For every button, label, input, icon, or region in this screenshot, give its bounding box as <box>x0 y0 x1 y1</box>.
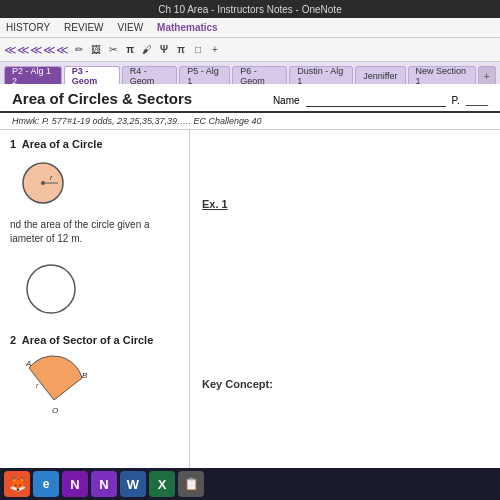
plain-circle-diagram <box>18 254 179 326</box>
page-header-row: Area of Circles & Sectors Name P. ____ <box>12 90 488 107</box>
tab-r4-geom[interactable]: R4 - Geom <box>122 66 177 84</box>
section1-title: Area of a Circle <box>19 138 102 150</box>
circle-r-svg: r <box>18 158 68 208</box>
sector-svg: A O B r <box>14 350 94 415</box>
section1-number: 1 <box>10 138 16 150</box>
sector-diagram: A O B r <box>14 350 179 417</box>
tabs-bar: P2 - Alg 1 2 P3 - Geom R4 - Geom P5 - Al… <box>0 62 500 84</box>
name-label: Name <box>273 95 300 106</box>
page-title: Area of Circles & Sectors <box>12 90 192 107</box>
menu-mathematics[interactable]: Mathematics <box>157 22 218 33</box>
tab-p6-geom[interactable]: P6 - Geom <box>232 66 287 84</box>
title-bar: Ch 10 Area - Instructors Notes - OneNote <box>0 0 500 18</box>
taskbar-word-icon[interactable]: W <box>120 471 146 497</box>
key-concept-container: Key Concept: <box>202 378 488 390</box>
tab-dustin[interactable]: Dustin - Alg 1 <box>289 66 353 84</box>
svg-text:B: B <box>82 371 88 380</box>
ribbon-plus-icon[interactable]: + <box>207 42 223 58</box>
ribbon-brush-icon[interactable]: 🖌 <box>139 42 155 58</box>
ribbon: ≪ ≪ ≪ ≪ ≪ ✏ 🖼 ✂ π 🖌 Ψ π □ + <box>0 38 500 62</box>
taskbar-onenote-icon[interactable]: N <box>62 471 88 497</box>
content-columns: 1 Area of a Circle r nd the area of the … <box>0 130 500 468</box>
right-column: Ex. 1 Key Concept: <box>190 130 500 468</box>
name-p-row: Name P. ____ <box>273 95 488 107</box>
taskbar-generic-icon[interactable]: 📋 <box>178 471 204 497</box>
ribbon-pen-icon[interactable]: ✏ <box>71 42 87 58</box>
taskbar-ie-icon[interactable]: e <box>33 471 59 497</box>
menu-review[interactable]: REVIEW <box>64 22 103 33</box>
problem-text: nd the area of the circle given a iamete… <box>10 218 179 246</box>
page-header: Area of Circles & Sectors Name P. ____ <box>0 84 500 113</box>
taskbar-firefox-icon[interactable]: 🦊 <box>4 471 30 497</box>
circle-r-diagram: r <box>18 158 179 210</box>
ribbon-img-icon[interactable]: 🖼 <box>88 42 104 58</box>
ribbon-square-icon[interactable]: □ <box>190 42 206 58</box>
ribbon-math-icon[interactable]: π <box>122 42 138 58</box>
tab-p3-geom[interactable]: P3 - Geom <box>64 66 120 84</box>
p-blank: ____ <box>466 95 488 106</box>
menu-bar: HISTORY REVIEW VIEW Mathematics <box>0 18 500 38</box>
key-concept-label: Key Concept: <box>202 378 273 390</box>
zigzag-icon-group: ≪ ≪ ≪ ≪ ≪ <box>4 44 69 56</box>
plain-circle-svg <box>22 260 80 318</box>
tab-add-button[interactable]: + <box>478 66 496 84</box>
menu-view[interactable]: VIEW <box>118 22 144 33</box>
svg-point-4 <box>27 265 75 313</box>
tab-p5-alg[interactable]: P5 - Alg 1 <box>179 66 230 84</box>
taskbar-onenote2-icon[interactable]: N <box>91 471 117 497</box>
hw-line: Hmwk: P. 577#1-19 odds, 23,25,35,37,39….… <box>0 113 500 130</box>
ex1-container: Ex. 1 <box>202 198 488 210</box>
name-blank <box>306 95 446 107</box>
svg-text:A: A <box>25 359 31 368</box>
section2: 2 Area of Sector of a Circle A O B r <box>10 334 179 417</box>
menu-history[interactable]: HISTORY <box>6 22 50 33</box>
left-column: 1 Area of a Circle r nd the area of the … <box>0 130 190 468</box>
main-content: Area of Circles & Sectors Name P. ____ H… <box>0 84 500 468</box>
p-label: P. <box>452 95 460 106</box>
tab-p2-alg[interactable]: P2 - Alg 1 2 <box>4 66 62 84</box>
svg-text:r: r <box>36 382 39 389</box>
taskbar: 🦊 e N N W X 📋 <box>0 468 500 500</box>
hw-text: P. 577#1-19 odds, 23,25,35,37,39….. EC C… <box>42 116 262 126</box>
section2-title: Area of Sector of a Circle <box>19 334 153 346</box>
title-bar-text: Ch 10 Area - Instructors Notes - OneNote <box>8 4 492 15</box>
taskbar-excel-icon[interactable]: X <box>149 471 175 497</box>
tab-jenniffer[interactable]: Jenniffer <box>355 66 405 84</box>
svg-text:O: O <box>52 406 58 415</box>
ex1-label: Ex. 1 <box>202 198 228 210</box>
section1: 1 Area of a Circle r nd the area of the … <box>10 138 179 326</box>
ribbon-pi2-icon[interactable]: π <box>173 42 189 58</box>
ribbon-cursor-icon[interactable]: ✂ <box>105 42 121 58</box>
ribbon-psi-icon[interactable]: Ψ <box>156 42 172 58</box>
hw-label: Hmwk: <box>12 116 40 126</box>
ribbon-tool-group: ✏ 🖼 ✂ π 🖌 Ψ π □ + <box>71 42 223 58</box>
tab-new-section[interactable]: New Section 1 <box>408 66 476 84</box>
section2-number: 2 <box>10 334 16 346</box>
